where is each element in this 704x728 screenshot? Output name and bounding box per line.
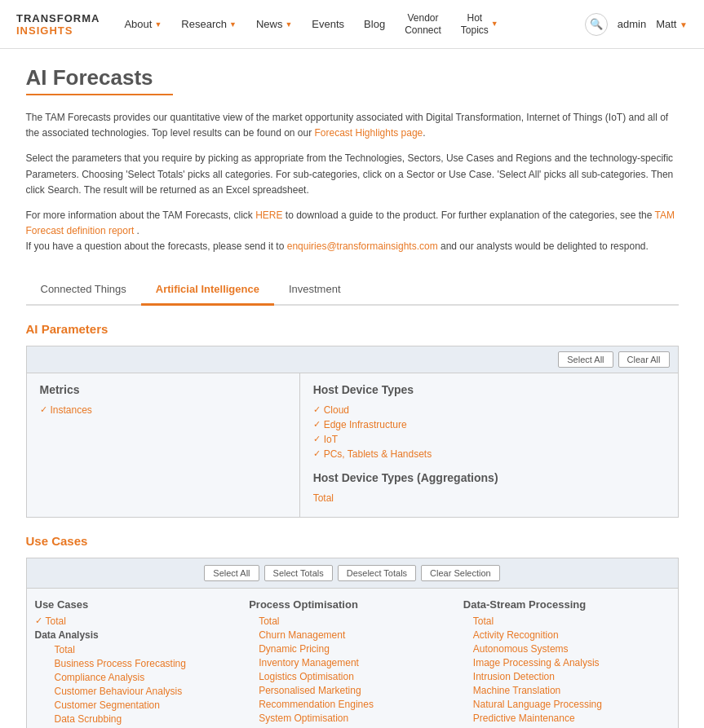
da-compliance[interactable]: Compliance Analysis (35, 672, 241, 683)
check-icon: ✓ (313, 404, 321, 415)
uc-col1-header: Use Cases (35, 598, 241, 611)
nav-blog[interactable]: Blog (356, 11, 393, 37)
uc-col-3: Data-Stream Processing Total Activity Re… (463, 598, 670, 729)
news-arrow-icon: ▼ (285, 20, 292, 29)
tab-investment[interactable]: Investment (274, 275, 356, 306)
intro-paragraph-3: For more information about the TAM Forec… (26, 208, 679, 255)
logo-top: TRANSFORMA (16, 12, 100, 24)
ai-params-box: Select All Clear All Metrics ✓ Instances… (26, 346, 679, 518)
po-personalised[interactable]: Personalised Marketing (249, 685, 455, 696)
main-content: AI Forecasts The TAM Forecasts provides … (2, 49, 703, 728)
uc-total-checked[interactable]: ✓ Total (35, 615, 241, 627)
select-all-uc-button[interactable]: Select All (204, 565, 259, 581)
page-title: AI Forecasts (26, 65, 679, 90)
here-link[interactable]: HERE (255, 210, 282, 221)
dsp-intrusion[interactable]: Intrusion Detection (463, 671, 670, 682)
research-arrow-icon: ▼ (229, 20, 237, 29)
clear-all-button[interactable]: Clear All (618, 351, 670, 368)
search-icon: 🔍 (590, 18, 603, 30)
check-icon: ✓ (40, 404, 47, 415)
host-device-title: Host Device Types (313, 383, 665, 396)
host-device-panel: Host Device Types ✓ Cloud ✓ Edge Infrast… (300, 373, 678, 517)
nav-research[interactable]: Research ▼ (173, 11, 245, 37)
data-stream-group: Data-Stream Processing Total Activity Re… (463, 598, 670, 729)
po-churn[interactable]: Churn Management (249, 629, 455, 641)
nav-news[interactable]: News ▼ (248, 11, 300, 37)
tab-artificial-intelligence[interactable]: Artificial Intelligence (141, 275, 274, 306)
admin-label[interactable]: admin (618, 18, 646, 30)
metric-instances[interactable]: ✓ Instances (40, 404, 286, 416)
use-cases-content: Use Cases ✓ Total Data Analysis Total Bu… (27, 589, 678, 729)
select-all-button[interactable]: Select All (558, 351, 613, 368)
da-total[interactable]: Total (35, 644, 241, 655)
title-underline (26, 94, 173, 95)
po-total[interactable]: Total (249, 615, 455, 627)
user-name[interactable]: Matt ▼ (656, 18, 688, 30)
data-stream-header: Data-Stream Processing (463, 598, 670, 611)
da-customer-behaviour[interactable]: Customer Behaviour Analysis (35, 686, 241, 697)
dsp-machine[interactable]: Machine Translation (463, 685, 670, 696)
metrics-panel: Metrics ✓ Instances (27, 373, 300, 517)
check-icon: ✓ (313, 419, 321, 430)
params-content: Metrics ✓ Instances Host Device Types ✓ … (27, 373, 678, 517)
dsp-autonomous[interactable]: Autonomous Systems (463, 643, 670, 655)
dsp-nlp[interactable]: Natural Language Processing (463, 699, 670, 710)
host-pcs[interactable]: ✓ PCs, Tablets & Handsets (313, 448, 665, 460)
tab-connected-things[interactable]: Connected Things (26, 275, 141, 306)
use-cases-title: Use Cases (26, 534, 679, 548)
params-header: Select All Clear All (27, 346, 678, 373)
about-arrow-icon: ▼ (154, 20, 162, 29)
nav-vendor-connect[interactable]: VendorConnect (396, 6, 449, 42)
email-link[interactable]: enquiries@transformainsights.com (287, 240, 438, 252)
da-bpf[interactable]: Business Process Forecasting (35, 658, 241, 669)
search-button[interactable]: 🔍 (585, 13, 608, 36)
process-opt-header: Process Optimisation (249, 598, 455, 611)
use-cases-header: Select All Select Totals Deselect Totals… (27, 558, 678, 589)
po-inventory[interactable]: Inventory Management (249, 657, 455, 668)
host-iot[interactable]: ✓ IoT (313, 434, 665, 445)
use-cases-box: Select All Select Totals Deselect Totals… (26, 558, 679, 729)
aggregations-title: Host Device Types (Aggregations) (313, 471, 665, 484)
select-totals-button[interactable]: Select Totals (264, 565, 333, 581)
user-arrow-icon: ▼ (680, 20, 688, 29)
da-data-scrubbing[interactable]: Data Scrubbing (35, 713, 241, 725)
metrics-title: Metrics (40, 383, 286, 396)
uc-data-analysis-group: Data Analysis Total Business Process For… (35, 629, 241, 729)
tabs: Connected Things Artificial Intelligence… (26, 275, 679, 306)
host-edge[interactable]: ✓ Edge Infrastructure (313, 419, 665, 430)
po-recommendation[interactable]: Recommendation Engines (249, 699, 455, 710)
uc-col-1: Use Cases ✓ Total Data Analysis Total Bu… (35, 598, 241, 729)
hot-topics-arrow-icon: ▼ (491, 20, 498, 29)
host-cloud[interactable]: ✓ Cloud (313, 404, 665, 416)
aggregation-total[interactable]: Total (313, 492, 665, 504)
po-logistics[interactable]: Logistics Optimisation (249, 671, 455, 682)
nav-about[interactable]: About ▼ (116, 11, 170, 37)
da-customer-seg[interactable]: Customer Segmentation (35, 699, 241, 711)
logo-bottom: INSIGHTS (16, 24, 100, 37)
intro-paragraph-2: Select the parameters that you require b… (26, 151, 679, 198)
deselect-totals-button[interactable]: Deselect Totals (338, 565, 416, 581)
nav-links: About ▼ Research ▼ News ▼ Events Blog Ve… (116, 6, 584, 42)
nav-hot-topics[interactable]: HotTopics ▼ (453, 6, 507, 42)
check-icon: ✓ (313, 448, 321, 459)
po-system[interactable]: System Optimisation (249, 713, 455, 724)
dsp-total[interactable]: Total (463, 615, 670, 627)
check-icon: ✓ (35, 615, 42, 626)
nav-events[interactable]: Events (303, 11, 352, 37)
dsp-activity[interactable]: Activity Recognition (463, 629, 670, 641)
forecast-highlights-link[interactable]: Forecast Highlights page (315, 127, 423, 139)
logo[interactable]: TRANSFORMA INSIGHTS (16, 12, 100, 37)
navbar: TRANSFORMA INSIGHTS About ▼ Research ▼ N… (0, 0, 704, 49)
po-dynamic[interactable]: Dynamic Pricing (249, 643, 455, 655)
uc-col-2: Process Optimisation Total Churn Managem… (249, 598, 455, 729)
process-opt-group: Process Optimisation Total Churn Managem… (249, 598, 455, 729)
dsp-image[interactable]: Image Processing & Analysis (463, 657, 670, 668)
nav-right: 🔍 admin Matt ▼ (585, 13, 688, 36)
check-icon: ✓ (313, 434, 321, 444)
data-analysis-header: Data Analysis (35, 629, 241, 641)
ai-params-title: AI Parameters (26, 322, 679, 336)
clear-selection-button[interactable]: Clear Selection (421, 565, 500, 581)
intro-paragraph-1: The TAM Forecasts provides our quantitat… (26, 110, 679, 141)
dsp-predictive[interactable]: Predictive Maintenance (463, 713, 670, 724)
